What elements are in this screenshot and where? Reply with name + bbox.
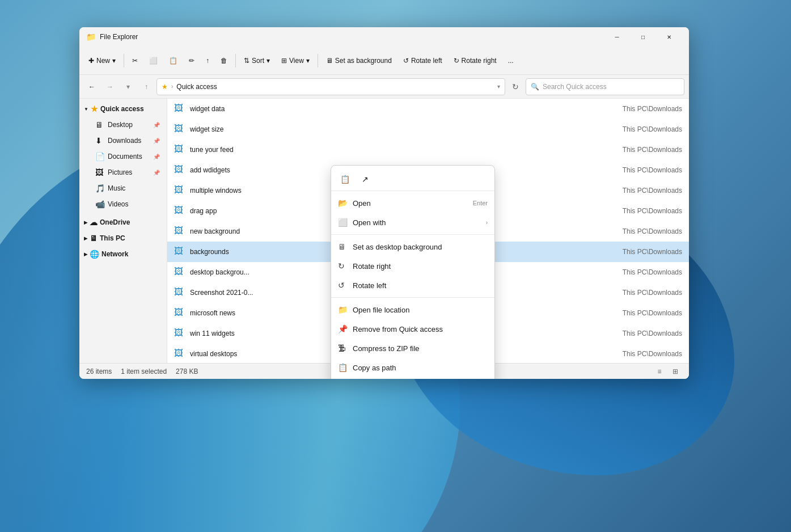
file-icon: 🖼 [174, 267, 185, 278]
close-button[interactable]: ✕ [656, 27, 682, 47]
open-label: Open [353, 199, 467, 208]
sort-button[interactable]: ⇅ Sort ▾ [239, 51, 274, 70]
cut-icon: ✂ [132, 57, 138, 65]
sidebar-item-pictures[interactable]: 🖼 Pictures 📌 [82, 164, 164, 180]
up-button[interactable]: ↑ [138, 79, 154, 95]
open-with-icon: ⬜ [338, 218, 347, 227]
collapse-icon: ▼ [84, 107, 88, 112]
rotate-right-button[interactable]: ↻ Rotate right [449, 51, 501, 70]
address-bar-input[interactable]: ★ › Quick access ▾ [156, 78, 505, 95]
file-row[interactable]: 🖼 widget data This PC\Downloads [167, 99, 689, 119]
onedrive-header[interactable]: ▶ ☁ OneDrive [79, 214, 167, 230]
rotate-left-icon: ↺ [403, 57, 409, 65]
thispc-icon: 🖥 [90, 234, 98, 243]
search-placeholder-text: Search Quick access [543, 83, 607, 91]
ctx-share-button[interactable]: ↗ [356, 170, 374, 188]
toolbar-separator-3 [318, 54, 318, 67]
item-count: 26 items [86, 368, 112, 375]
file-location: This PC\Downloads [623, 125, 682, 133]
ctx-copy-button[interactable]: 📋 [336, 170, 354, 188]
file-name: widget size [190, 125, 618, 133]
sort-chevron-icon: ▾ [267, 57, 270, 65]
ctx-open-item[interactable]: 📂 Open Enter [331, 193, 494, 213]
recent-locations-button[interactable]: ▾ [120, 79, 136, 95]
ctx-set-desktop-bg-item[interactable]: 🖥 Set as desktop background [331, 237, 494, 256]
set-desktop-bg-label: Set as desktop background [353, 243, 488, 251]
network-header[interactable]: ▶ 🌐 Network [79, 246, 167, 262]
paste-button[interactable]: 📋 [164, 51, 182, 70]
forward-button[interactable]: → [102, 79, 118, 95]
copy-button[interactable]: ⬜ [145, 51, 162, 70]
network-icon: 🌐 [90, 250, 99, 259]
sidebar: ▼ ★ Quick access 🖥 Desktop 📌 ⬇ Downloads… [79, 99, 167, 363]
file-location: This PC\Downloads [623, 227, 682, 235]
ctx-rotate-right-item[interactable]: ↻ Rotate right [331, 256, 494, 276]
title-bar: 📁 File Explorer ─ □ ✕ [79, 27, 689, 47]
grid-view-button[interactable]: ⊞ [669, 365, 682, 378]
ctx-open-file-location-item[interactable]: 📁 Open file location [331, 300, 494, 319]
ctx-copy-path-item[interactable]: 📋 Copy as path [331, 358, 494, 377]
file-row[interactable]: 🖼 widget size This PC\Downloads [167, 119, 689, 140]
sidebar-item-downloads[interactable]: ⬇ Downloads 📌 [82, 133, 164, 149]
more-options-button[interactable]: ... [504, 51, 518, 70]
toolbar-separator-1 [124, 54, 124, 67]
sidebar-item-documents[interactable]: 📄 Documents 📌 [82, 149, 164, 164]
ctx-separator-4 [331, 297, 494, 298]
rename-icon: ✏ [189, 57, 194, 65]
desktop-icon: 🖥 [95, 120, 104, 129]
file-icon: 🖼 [174, 246, 185, 257]
search-box[interactable]: 🔍 Search Quick access [526, 78, 684, 95]
file-location: This PC\Downloads [623, 330, 682, 337]
documents-icon: 📄 [95, 152, 104, 161]
file-location: This PC\Downloads [623, 248, 682, 256]
context-menu-top-bar: 📋 ↗ [331, 168, 494, 191]
open-file-location-icon: 📁 [338, 305, 347, 314]
rotate-left-label: Rotate left [353, 281, 488, 290]
set-background-button[interactable]: 🖥 Set as background [322, 51, 396, 70]
list-view-button[interactable]: ≡ [653, 365, 666, 378]
pictures-icon: 🖼 [95, 168, 104, 177]
file-location: This PC\Downloads [623, 309, 682, 317]
network-expand-icon: ▶ [84, 252, 87, 257]
set-desktop-bg-icon: 🖥 [338, 242, 347, 251]
ctx-rotate-left-item[interactable]: ↺ Rotate left [331, 276, 494, 295]
new-button[interactable]: ✚ New ▾ [84, 51, 120, 70]
maximize-button[interactable]: □ [630, 27, 656, 47]
desktop-label: Desktop [108, 121, 150, 129]
ctx-open-with-item[interactable]: ⬜ Open with › [331, 213, 494, 232]
context-menu: 📋 ↗ 📂 Open Enter ⬜ Open with › 🖥 Set as … [331, 165, 495, 379]
rotate-right-icon: ↻ [338, 261, 347, 271]
downloads-label: Downloads [108, 137, 150, 145]
share-icon: ↑ [206, 57, 209, 65]
rename-button[interactable]: ✏ [184, 51, 199, 70]
delete-icon: 🗑 [221, 57, 227, 65]
back-button[interactable]: ← [84, 79, 100, 95]
sidebar-item-music[interactable]: 🎵 Music [82, 180, 164, 196]
file-icon: 🖼 [174, 287, 185, 298]
sidebar-item-videos[interactable]: 📹 Videos [82, 196, 164, 212]
share-button[interactable]: ↑ [201, 51, 214, 70]
sidebar-item-desktop[interactable]: 🖥 Desktop 📌 [82, 117, 164, 133]
thispc-label: This PC [100, 234, 125, 242]
pictures-label: Pictures [108, 168, 150, 176]
set-background-label: Set as background [335, 57, 392, 65]
cut-button[interactable]: ✂ [128, 51, 142, 70]
minimize-button[interactable]: ─ [604, 27, 630, 47]
ctx-remove-quick-access-item[interactable]: 📌 Remove from Quick access [331, 319, 494, 339]
file-icon: 🖼 [174, 164, 185, 176]
view-chevron-icon: ▾ [306, 57, 310, 65]
refresh-button[interactable]: ↻ [507, 79, 523, 95]
ctx-compress-zip-item[interactable]: 🗜 Compress to ZIP file [331, 339, 494, 358]
file-row[interactable]: 🖼 tune your feed This PC\Downloads [167, 140, 689, 160]
onedrive-expand-icon: ▶ [84, 220, 87, 225]
thispc-header[interactable]: ▶ 🖥 This PC [79, 230, 167, 246]
file-location: This PC\Downloads [623, 146, 682, 154]
file-name: tune your feed [190, 146, 618, 154]
file-icon: 🖼 [174, 205, 185, 217]
view-button[interactable]: ⊞ View ▾ [277, 51, 314, 70]
rotate-left-button[interactable]: ↺ Rotate left [399, 51, 447, 70]
rotate-right-label: Rotate right [353, 262, 488, 271]
quick-access-header[interactable]: ▼ ★ Quick access [79, 101, 167, 117]
copy-path-label: Copy as path [353, 364, 488, 372]
delete-button[interactable]: 🗑 [216, 51, 232, 70]
